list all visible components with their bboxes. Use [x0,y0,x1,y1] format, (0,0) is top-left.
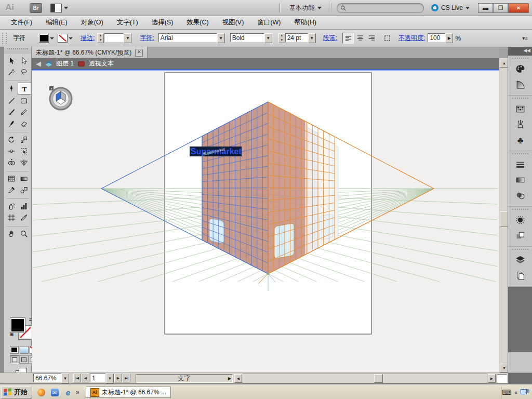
selection-tool[interactable] [5,55,18,66]
menu-对象[interactable]: 对象(O) [74,16,110,29]
font-style-value[interactable]: Bold [230,33,264,42]
font-size-control[interactable]: ▲▼ 24 pt ▼ [278,33,316,43]
search-input[interactable] [337,3,424,13]
stroke-color-control[interactable] [58,34,73,43]
font-size-value[interactable]: 24 pt [285,33,308,42]
layers-panel-button[interactable] [508,252,532,268]
font-size-stepper[interactable]: ▲▼ [278,33,285,43]
menu-选择[interactable]: 选择(S) [145,16,180,29]
symbols-panel-button[interactable]: ♣ [508,132,532,148]
graphic-styles-panel-button[interactable] [508,228,532,243]
gradient-panel-button[interactable] [508,172,532,188]
horizontal-scroll-thumb[interactable] [374,374,383,383]
hand-tool[interactable] [5,228,18,239]
column-graph-tool[interactable] [18,201,30,211]
opacity-control[interactable]: 100 ▶ [428,33,453,43]
menu-帮助[interactable]: 帮助(H) [288,16,323,29]
scroll-left-icon[interactable]: ◀ [234,374,242,383]
horizontal-scrollbar[interactable] [243,374,487,383]
width-tool[interactable] [5,145,18,156]
align-center-button[interactable] [355,33,365,43]
font-style-dropdown[interactable]: ▼ [264,33,272,43]
stroke-panel-link[interactable]: 描边: [81,34,95,43]
cs-live-button[interactable]: CS Live [431,4,470,11]
perspective-grid-tool[interactable] [18,157,30,168]
canvas-viewport[interactable]: SupermarketSupermarket× [32,69,499,373]
first-artboard-button[interactable]: |◀ [73,374,81,382]
next-artboard-button[interactable]: ▶ [114,374,122,382]
align-left-button[interactable] [342,33,354,44]
free-transform-tool[interactable] [18,145,30,156]
menu-窗口[interactable]: 窗口(W) [250,16,287,29]
blend-tool[interactable] [18,184,30,195]
status-display[interactable]: 文字 ▶ [136,374,233,383]
brushes-panel-button[interactable] [508,116,532,132]
fill-color-control[interactable] [39,34,55,43]
stroke-weight-stepper[interactable]: ▲▼ [97,33,104,43]
media-player-icon[interactable] [36,388,46,397]
transparency-panel-button[interactable] [508,188,532,203]
close-button[interactable]: × [508,3,529,13]
symbol-sprayer-tool[interactable] [5,201,18,211]
artboards-panel-button[interactable] [508,268,532,283]
exit-isolation-back-button[interactable]: ◀ [36,60,41,68]
dock-collapse-button[interactable]: ◀◀ [508,47,532,56]
font-family-combo[interactable]: Arial ▼ [158,33,225,43]
artboard-dropdown[interactable]: ▼ [106,374,114,383]
breadcrumb-layer-label[interactable]: 图层 1 [56,59,74,68]
taskbar-document-button[interactable]: Ai 未标题-1* @ 66.67% ... [86,387,171,398]
scroll-right-icon[interactable]: ▶ [488,374,496,383]
zoom-tool[interactable] [18,228,30,239]
menu-文件[interactable]: 文件(F) [4,16,39,29]
lasso-tool[interactable] [18,66,30,77]
font-family-value[interactable]: Arial [158,33,217,42]
font-style-combo[interactable]: Bold ▼ [230,33,272,43]
draw-behind-button[interactable] [19,355,29,364]
tray-collapse-icon[interactable]: « [514,390,517,395]
start-button[interactable]: 开始 [1,386,32,398]
paintbrush-tool[interactable] [5,107,18,117]
workspace-switcher-button[interactable]: 基本功能 [285,2,326,14]
rectangle-tool[interactable] [18,95,30,106]
character-panel-link[interactable]: 字符: [140,34,154,43]
type-tool[interactable]: T [18,83,31,95]
network-icon[interactable]: ))) [521,389,529,396]
stroke-weight-field[interactable] [104,33,124,42]
arrange-documents-button[interactable] [50,4,68,12]
menu-效果[interactable]: 效果(C) [180,16,215,29]
stroke-panel-button[interactable] [508,156,532,172]
messenger-icon[interactable]: ✉ [50,388,59,397]
draw-normal-button[interactable] [10,355,19,364]
gradient-tool[interactable] [18,173,30,184]
paragraph-panel-link[interactable]: 段落: [323,34,337,43]
shape-builder-tool[interactable] [5,157,18,168]
artboard-tool[interactable] [5,212,18,223]
status-menu-icon[interactable]: ▶ [228,376,231,381]
internet-explorer-icon[interactable]: e [63,388,73,397]
stroke-weight-control[interactable]: ▲▼ ▼ [97,33,131,43]
default-fill-stroke-icon[interactable]: ▣ [9,331,14,337]
minimize-button[interactable]: ▬ [478,3,493,13]
tools-panel-grip[interactable] [4,48,31,54]
blob-brush-tool[interactable] [5,118,18,129]
pencil-tool[interactable] [18,107,30,117]
color-panel-button[interactable] [508,61,532,76]
menu-编辑[interactable]: 编辑(E) [39,16,74,29]
swatches-panel-button[interactable] [508,101,532,116]
align-right-button[interactable] [366,33,377,43]
document-tab[interactable]: 未标题-1* @ 66.67% (CMYK/预览) ✕ [32,47,148,58]
zoom-control[interactable]: 66.67% ▼ [33,374,69,383]
font-family-dropdown[interactable]: ▼ [217,33,225,43]
artboard-number-field[interactable]: 1 [90,374,105,382]
color-button[interactable] [10,346,19,354]
mesh-tool[interactable] [5,173,18,184]
last-artboard-button[interactable]: ▶| [123,374,130,382]
line-segment-tool[interactable] [5,95,18,106]
color-guide-panel-button[interactable] [508,76,532,92]
opacity-link[interactable]: 不透明度: [398,34,425,43]
scale-tool[interactable] [18,134,30,145]
quick-launch-overflow-icon[interactable]: » [76,389,79,396]
opacity-dropdown[interactable]: ▶ [445,33,453,43]
slice-tool[interactable] [18,212,30,223]
transform-box-icon[interactable] [382,33,392,43]
